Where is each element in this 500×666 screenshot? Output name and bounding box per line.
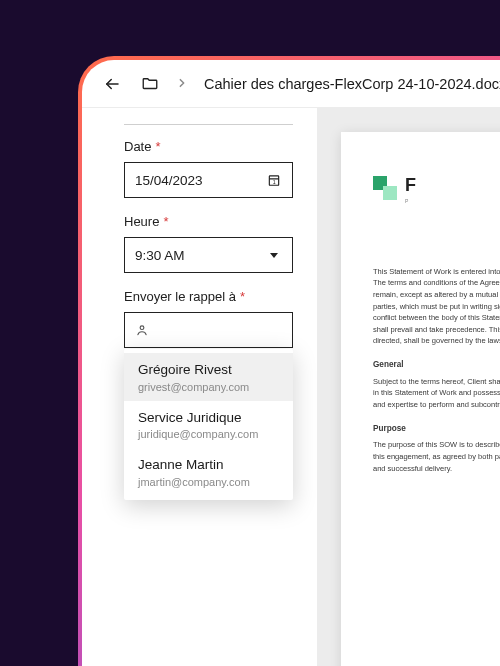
content-area: Date* 15/04/2023 1 Heure* 9:30 AM xyxy=(82,108,500,666)
document-preview-panel: F P This Statement of Work is entered in… xyxy=(317,108,500,666)
recipient-option[interactable]: Grégoire Rivest grivest@company.com xyxy=(124,353,293,401)
device-frame: Cahier des charges-FlexCorp 24-10-2024.d… xyxy=(78,56,500,666)
date-input[interactable]: 15/04/2023 1 xyxy=(124,162,293,198)
topbar: Cahier des charges-FlexCorp 24-10-2024.d… xyxy=(82,60,500,108)
back-button[interactable] xyxy=(102,74,122,94)
breadcrumb-chevron-icon xyxy=(178,77,186,91)
logo-text: F xyxy=(405,172,416,200)
doc-paragraph: Subject to the terms hereof, Client shal… xyxy=(373,376,500,411)
recipient-label-text: Envoyer le rappel à xyxy=(124,289,236,304)
doc-paragraph: The purpose of this SOW is to describe t… xyxy=(373,439,500,474)
required-asterisk: * xyxy=(155,139,160,154)
recipient-option[interactable]: Jeanne Martin jmartin@company.com xyxy=(124,448,293,496)
option-name: Jeanne Martin xyxy=(138,456,279,474)
calendar-icon[interactable]: 1 xyxy=(266,172,282,188)
file-name[interactable]: Cahier des charges-FlexCorp 24-10-2024.d… xyxy=(204,76,500,92)
date-value: 15/04/2023 xyxy=(135,173,203,188)
recipient-input[interactable] xyxy=(124,312,293,348)
time-field: Heure* 9:30 AM xyxy=(124,214,293,273)
top-divider xyxy=(124,124,293,125)
time-label-text: Heure xyxy=(124,214,159,229)
chevron-down-icon xyxy=(266,247,282,263)
option-email: grivest@company.com xyxy=(138,381,279,393)
doc-logo: F P xyxy=(373,172,500,206)
required-asterisk: * xyxy=(163,214,168,229)
document-page: F P This Statement of Work is entered in… xyxy=(341,132,500,666)
svg-text:1: 1 xyxy=(273,179,276,185)
date-field: Date* 15/04/2023 1 xyxy=(124,139,293,198)
option-email: juridique@company.com xyxy=(138,428,279,440)
date-label-text: Date xyxy=(124,139,151,154)
date-label: Date* xyxy=(124,139,293,154)
option-name: Service Juridique xyxy=(138,409,279,427)
recipient-option[interactable]: Service Juridique juridique@company.com xyxy=(124,401,293,449)
person-icon xyxy=(135,322,149,338)
logo-mark-icon xyxy=(373,176,399,202)
folder-icon xyxy=(140,74,160,94)
recipient-label: Envoyer le rappel à* xyxy=(124,289,293,304)
form-panel: Date* 15/04/2023 1 Heure* 9:30 AM xyxy=(82,108,317,666)
time-value: 9:30 AM xyxy=(135,248,185,263)
time-select[interactable]: 9:30 AM xyxy=(124,237,293,273)
time-label: Heure* xyxy=(124,214,293,229)
device-screen: Cahier des charges-FlexCorp 24-10-2024.d… xyxy=(82,60,500,666)
option-email: jmartin@company.com xyxy=(138,476,279,488)
recipient-dropdown: Grégoire Rivest grivest@company.com Serv… xyxy=(124,349,293,500)
recipient-field: Envoyer le rappel à* Grégoire Rivest gri… xyxy=(124,289,293,348)
doc-heading: Purpose xyxy=(373,423,500,436)
doc-heading: General xyxy=(373,359,500,372)
recipient-text-input[interactable] xyxy=(155,323,324,338)
svg-point-4 xyxy=(140,326,144,330)
required-asterisk: * xyxy=(240,289,245,304)
option-name: Grégoire Rivest xyxy=(138,361,279,379)
doc-paragraph: This Statement of Work is entered into o… xyxy=(373,266,500,347)
